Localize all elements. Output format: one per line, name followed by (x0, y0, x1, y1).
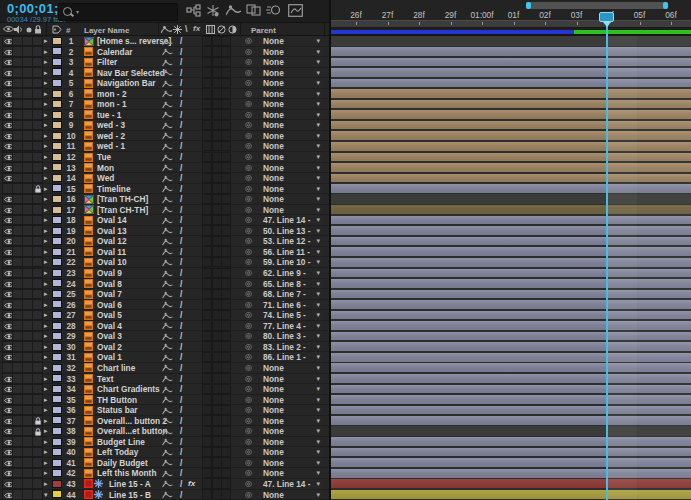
time-ruler-ticks[interactable] (331, 20, 691, 28)
switch-cell[interactable] (222, 395, 230, 404)
switch-cell[interactable] (213, 279, 221, 288)
visibility-toggle[interactable] (3, 395, 12, 404)
layer-duration-bar[interactable] (331, 321, 691, 330)
layer-row[interactable]: ▸38Overall...et button/◎None▾ (0, 426, 329, 437)
quality-toggle[interactable]: / (180, 215, 182, 225)
switch-cell[interactable] (222, 332, 230, 341)
quality-toggle[interactable]: / (180, 395, 182, 405)
visibility-toggle[interactable] (3, 247, 12, 256)
audio-toggle[interactable] (13, 68, 22, 77)
expand-arrow[interactable]: ▸ (44, 268, 48, 278)
parent-pickwhip[interactable]: ◎ (245, 257, 252, 268)
parent-pickwhip[interactable]: ◎ (245, 437, 252, 448)
lock-toggle[interactable] (33, 416, 42, 425)
layer-name[interactable]: Overall...et button (97, 426, 168, 437)
switch-cell[interactable] (203, 437, 211, 446)
shy-toggle[interactable] (162, 428, 173, 436)
quality-toggle[interactable]: / (180, 447, 182, 457)
layer-row[interactable]: ▸30Oval 2/◎83. Line 2 -▾ (0, 342, 329, 353)
expand-arrow[interactable]: ▸ (44, 236, 48, 246)
expand-arrow[interactable]: ▸ (44, 110, 48, 120)
hide-shy-layers-icon[interactable] (226, 4, 242, 18)
layer-duration-bar[interactable] (331, 237, 691, 246)
solo-toggle[interactable] (23, 469, 32, 478)
layer-duration-bar[interactable] (331, 458, 691, 467)
layer-row[interactable]: ▸22Oval 10/◎59. Line 10 -▾ (0, 257, 329, 268)
visibility-toggle[interactable] (3, 58, 12, 67)
visibility-toggle[interactable] (3, 174, 12, 183)
lock-toggle[interactable] (33, 374, 42, 383)
solo-toggle[interactable] (23, 479, 32, 488)
search-caret-icon[interactable]: ▾ (76, 8, 79, 15)
audio-toggle[interactable] (13, 300, 22, 309)
label-color-swatch[interactable] (52, 90, 62, 98)
work-area-end-handle[interactable] (663, 2, 668, 9)
quality-toggle[interactable]: / (180, 300, 182, 310)
label-color-swatch[interactable] (52, 248, 62, 256)
quality-toggle[interactable]: / (180, 36, 182, 46)
layer-name[interactable]: Left Today (97, 447, 138, 458)
lock-toggle[interactable] (33, 448, 42, 457)
solo-toggle[interactable] (23, 58, 32, 67)
switch-cell[interactable] (213, 406, 221, 415)
expand-arrow[interactable]: ▸ (44, 194, 48, 204)
expand-arrow[interactable]: ▸ (44, 205, 48, 215)
label-color-swatch[interactable] (52, 121, 62, 129)
parent-pickwhip[interactable]: ◎ (245, 36, 252, 47)
switch-cell[interactable] (203, 37, 211, 46)
solo-toggle[interactable] (23, 342, 32, 351)
switch-cell[interactable] (213, 290, 221, 299)
label-color-swatch[interactable] (52, 395, 62, 403)
switch-cell[interactable] (213, 395, 221, 404)
audio-toggle[interactable] (13, 100, 22, 109)
visibility-toggle[interactable] (3, 237, 12, 246)
solo-toggle[interactable] (23, 490, 32, 499)
parent-pickwhip[interactable]: ◎ (245, 310, 252, 321)
audio-toggle[interactable] (13, 184, 22, 193)
layer-duration-bar[interactable] (331, 226, 691, 235)
layer-duration-bar[interactable] (331, 290, 691, 299)
layer-duration-bar[interactable] (331, 406, 691, 415)
layer-row[interactable]: ▸2Calendar/◎None▾ (0, 47, 329, 58)
label-color-swatch[interactable] (52, 100, 62, 108)
lock-toggle[interactable] (33, 290, 42, 299)
switch-cell[interactable] (222, 89, 230, 98)
audio-toggle[interactable] (13, 226, 22, 235)
lock-toggle[interactable] (33, 437, 42, 446)
quality-icon[interactable]: \ (185, 24, 188, 34)
shy-toggle[interactable] (162, 164, 173, 172)
audio-toggle[interactable] (13, 163, 22, 172)
lock-toggle[interactable] (33, 321, 42, 330)
expand-arrow[interactable]: ▸ (44, 468, 48, 478)
switch-cell[interactable] (213, 153, 221, 162)
layer-row[interactable]: ▸40Left Today/◎None▾ (0, 447, 329, 458)
visibility-toggle[interactable] (3, 342, 12, 351)
layer-duration-bar[interactable] (331, 416, 691, 425)
expand-arrow[interactable]: ▸ (44, 173, 48, 183)
label-color-swatch[interactable] (52, 79, 62, 87)
quality-toggle[interactable]: / (180, 416, 182, 426)
parent-pickwhip[interactable]: ◎ (245, 458, 252, 469)
layer-name[interactable]: Nav Bar Selected (97, 68, 165, 79)
layer-row[interactable]: ▸23Oval 9/◎62. Line 9 -▾ (0, 268, 329, 279)
audio-toggle[interactable] (13, 321, 22, 330)
switch-cell[interactable] (213, 247, 221, 256)
quality-toggle[interactable]: / (180, 236, 182, 246)
switch-cell[interactable] (222, 163, 230, 172)
switch-cell[interactable] (203, 110, 211, 119)
layer-name[interactable]: Calendar (97, 47, 133, 58)
composition-mini-flowchart-icon[interactable] (186, 4, 202, 18)
layer-duration-bar[interactable] (331, 47, 691, 56)
switch-cell[interactable] (213, 37, 221, 46)
shy-toggle[interactable] (162, 111, 173, 119)
visibility-toggle[interactable] (3, 195, 12, 204)
switch-cell[interactable] (222, 321, 230, 330)
quality-toggle[interactable]: / (180, 279, 182, 289)
graph-editor-icon[interactable] (288, 4, 304, 18)
visibility-toggle[interactable] (3, 258, 12, 267)
audio-toggle[interactable] (13, 458, 22, 467)
frame-blending-icon[interactable] (246, 4, 262, 18)
layer-name[interactable]: tue - 1 (97, 110, 121, 121)
label-color-swatch[interactable] (52, 469, 62, 477)
layer-duration-bar[interactable] (331, 58, 691, 67)
